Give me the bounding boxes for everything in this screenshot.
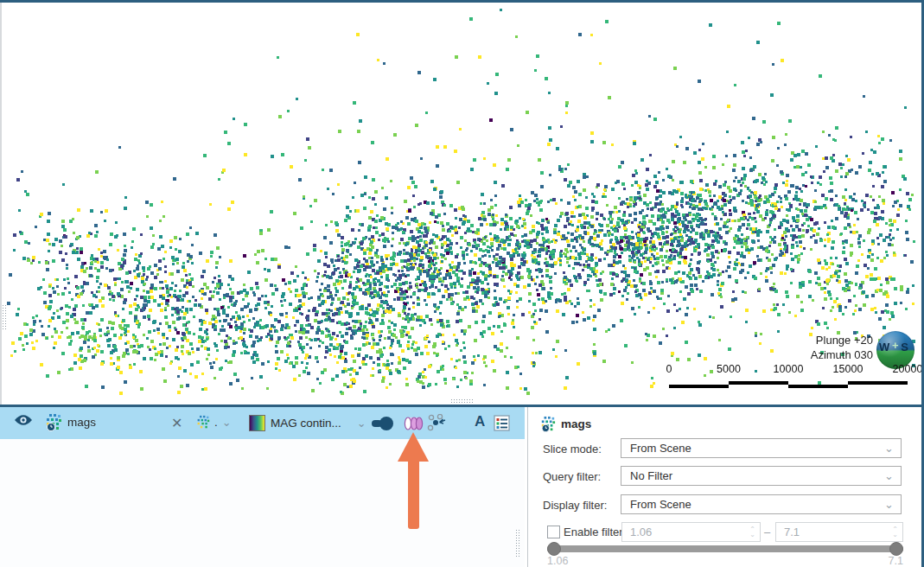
point-size-button[interactable] [371,416,394,431]
slice-mode-dropdown[interactable]: From Scene ⌄ [621,438,902,458]
display-filter-value: From Scene [621,498,884,511]
display-filter-dropdown[interactable]: From Scene ⌄ [621,494,902,514]
point-size-icon [371,416,394,431]
filter-range-slider[interactable] [547,545,903,552]
slider-handle-min[interactable] [547,542,561,556]
scene-viewport[interactable]: Plunge +20 Azimuth 030 W + S 0 5000 1000… [0,0,924,405]
panel-splitter-grip[interactable] [450,398,475,404]
slice-mode-value: From Scene [621,442,884,455]
scale-bar-segments [669,381,908,388]
points-object-icon [45,413,62,431]
close-icon: ✕ [171,415,182,431]
scale-tick-label: 5000 [717,363,741,375]
colormap-swatch-icon [249,415,265,431]
application-window: Plunge +20 Azimuth 030 W + S 0 5000 1000… [0,0,924,567]
slider-handle-max[interactable] [889,542,903,556]
legend-icon [494,415,510,431]
text-labels-button[interactable]: A [475,413,485,430]
window-border [0,0,924,3]
chevron-down-icon: ⌄ [884,444,901,453]
annotation-arrow-shaft [408,461,419,529]
chevron-down-icon: ⌄ [884,500,901,509]
colormap-value: MAG contin... [271,417,341,430]
query-filter-dropdown[interactable]: No Filter ⌄ [621,466,902,486]
text-labels-icon: A [475,413,485,430]
scene-object-toolbar: mags ✕ . ⌄ MAG contin... ⌄ [0,407,525,439]
slider-max-label: 7.1 [876,555,903,567]
filter-min-value: 1.06 [622,526,749,538]
extract-points-icon [427,414,448,433]
azimuth-label: Azimuth 030 [761,347,873,362]
spinner-icons[interactable]: ⌃⌄ [749,527,760,538]
display-filter-label: Display filter: [543,499,607,512]
slider-min-label: 1.06 [547,555,568,567]
layer-entry[interactable]: mags [45,413,96,431]
scene-left-splitter-grip[interactable] [2,304,6,330]
eye-icon [14,414,33,426]
chevron-down-icon: ⌄ [357,419,366,428]
compass-south-label: S [901,341,908,354]
query-filter-value: No Filter [621,469,884,482]
filter-min-input[interactable]: 1.06 ⌃⌄ [621,522,761,542]
slice-mode-label: Slice mode: [543,443,602,456]
remove-from-scene-button[interactable]: ✕ [171,415,182,431]
scale-tick-label: 0 [666,363,672,375]
filter-max-input[interactable]: 7.1 ⌃⌄ [775,522,903,542]
visibility-toggle-button[interactable] [14,414,33,426]
scale-tick-label: 15000 [833,363,863,375]
filter-max-value: 7.1 [776,526,892,538]
extract-points-button[interactable] [427,414,448,433]
chevron-down-icon: ⌄ [884,472,901,481]
scale-tick-label: 10000 [774,363,804,375]
chevron-down-icon: ⌄ [222,418,232,427]
plunge-label: Plunge +20 [761,333,873,347]
orientation-readout: Plunge +20 Azimuth 030 [761,333,873,362]
display-mode-value: . [214,416,218,429]
vertical-splitter-grip[interactable] [515,529,519,557]
legend-button[interactable] [494,415,510,431]
enable-filter-checkbox[interactable] [547,526,560,538]
colormap-dropdown[interactable]: MAG contin... ⌄ [249,415,366,431]
enable-filter-label: Enable filter: [564,526,626,538]
slice-display-button[interactable] [403,416,425,431]
layer-name-label: mags [67,416,96,429]
display-mode-dropdown[interactable]: . ⌄ [196,415,232,430]
scale-bar: 0 5000 10000 15000 20000 [660,363,911,391]
spinner-icons[interactable]: ⌃⌄ [892,527,902,538]
range-separator: – [764,526,770,538]
compass-west-label: W [879,341,889,354]
query-filter-label: Query filter: [543,470,601,483]
annotation-arrow-icon [398,432,429,462]
compass-plus-label: + [892,339,899,352]
properties-panel-header: mags [540,416,591,432]
panel-title: mags [561,417,591,430]
points-mode-icon [196,415,210,430]
slice-cylinder-icon [403,416,425,431]
scale-tick-label: 20000 [893,363,923,375]
points-object-icon [540,416,556,432]
